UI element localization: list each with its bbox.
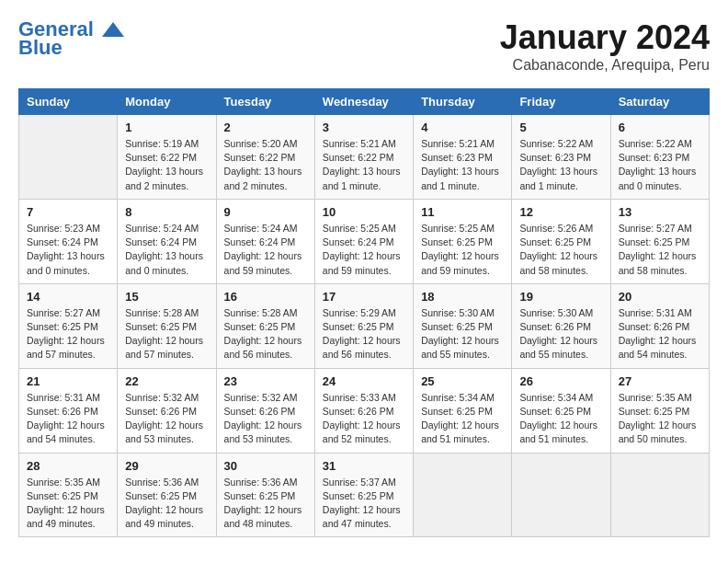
day-number: 10 [323, 205, 405, 219]
day-info: Sunrise: 5:23 AM Sunset: 6:24 PM Dayligh… [27, 222, 109, 278]
day-number: 14 [27, 290, 109, 304]
day-number: 16 [224, 290, 307, 304]
day-number: 1 [125, 121, 208, 134]
calendar-cell: 7Sunrise: 5:23 AM Sunset: 6:24 PM Daylig… [19, 199, 118, 283]
calendar-cell: 2Sunrise: 5:20 AM Sunset: 6:22 PM Daylig… [216, 115, 314, 200]
day-info: Sunrise: 5:31 AM Sunset: 6:26 PM Dayligh… [619, 306, 701, 362]
day-info: Sunrise: 5:31 AM Sunset: 6:26 PM Dayligh… [27, 391, 109, 447]
day-info: Sunrise: 5:34 AM Sunset: 6:25 PM Dayligh… [519, 391, 602, 447]
calendar-cell: 14Sunrise: 5:27 AM Sunset: 6:25 PM Dayli… [19, 283, 118, 368]
day-info: Sunrise: 5:36 AM Sunset: 6:25 PM Dayligh… [125, 476, 208, 532]
calendar-cell: 16Sunrise: 5:28 AM Sunset: 6:25 PM Dayli… [216, 283, 314, 368]
logo-icon [100, 20, 126, 40]
day-info: Sunrise: 5:27 AM Sunset: 6:25 PM Dayligh… [27, 306, 109, 362]
day-number: 20 [619, 290, 701, 304]
day-info: Sunrise: 5:28 AM Sunset: 6:25 PM Dayligh… [224, 306, 307, 362]
logo: General Blue [18, 18, 127, 59]
day-info: Sunrise: 5:24 AM Sunset: 6:24 PM Dayligh… [125, 222, 208, 278]
day-number: 17 [323, 290, 405, 304]
day-info: Sunrise: 5:27 AM Sunset: 6:25 PM Dayligh… [619, 222, 701, 278]
day-number: 22 [125, 374, 208, 388]
day-info: Sunrise: 5:22 AM Sunset: 6:23 PM Dayligh… [519, 137, 602, 193]
calendar-cell: 22Sunrise: 5:32 AM Sunset: 6:26 PM Dayli… [118, 368, 216, 453]
day-number: 3 [323, 121, 405, 134]
day-number: 15 [125, 290, 208, 304]
calendar-cell: 31Sunrise: 5:37 AM Sunset: 6:25 PM Dayli… [314, 453, 413, 537]
day-header-monday: Monday [118, 89, 216, 115]
day-info: Sunrise: 5:34 AM Sunset: 6:25 PM Dayligh… [421, 391, 504, 447]
day-number: 6 [619, 121, 701, 134]
calendar-cell: 26Sunrise: 5:34 AM Sunset: 6:25 PM Dayli… [512, 368, 610, 453]
calendar-cell: 18Sunrise: 5:30 AM Sunset: 6:25 PM Dayli… [414, 283, 512, 368]
day-number: 29 [125, 459, 208, 473]
day-number: 27 [619, 374, 701, 388]
day-number: 30 [224, 459, 307, 473]
day-number: 21 [27, 374, 109, 388]
title-block: January 2024 Cabanaconde, Arequipa, Peru [500, 18, 710, 74]
week-row-4: 28Sunrise: 5:35 AM Sunset: 6:25 PM Dayli… [19, 453, 710, 537]
day-header-sunday: Sunday [19, 89, 118, 115]
day-info: Sunrise: 5:32 AM Sunset: 6:26 PM Dayligh… [224, 391, 307, 447]
day-info: Sunrise: 5:19 AM Sunset: 6:22 PM Dayligh… [125, 137, 208, 193]
day-number: 11 [421, 205, 504, 219]
calendar-header-row: SundayMondayTuesdayWednesdayThursdayFrid… [19, 89, 710, 115]
day-number: 19 [519, 290, 602, 304]
calendar-cell [414, 453, 512, 537]
page-header: General Blue January 2024 Cabanaconde, A… [18, 18, 710, 74]
calendar-cell [610, 453, 709, 537]
calendar-cell: 12Sunrise: 5:26 AM Sunset: 6:25 PM Dayli… [512, 199, 610, 283]
calendar-cell: 10Sunrise: 5:25 AM Sunset: 6:24 PM Dayli… [314, 199, 413, 283]
day-number: 28 [27, 459, 109, 473]
calendar-cell: 19Sunrise: 5:30 AM Sunset: 6:26 PM Dayli… [512, 283, 610, 368]
calendar-body: 1Sunrise: 5:19 AM Sunset: 6:22 PM Daylig… [19, 115, 710, 537]
day-info: Sunrise: 5:25 AM Sunset: 6:24 PM Dayligh… [323, 222, 405, 278]
calendar-cell: 28Sunrise: 5:35 AM Sunset: 6:25 PM Dayli… [19, 453, 118, 537]
calendar-cell: 6Sunrise: 5:22 AM Sunset: 6:23 PM Daylig… [610, 115, 709, 200]
day-number: 7 [27, 205, 109, 219]
day-header-tuesday: Tuesday [216, 89, 314, 115]
calendar-cell: 20Sunrise: 5:31 AM Sunset: 6:26 PM Dayli… [610, 283, 709, 368]
calendar-cell: 3Sunrise: 5:21 AM Sunset: 6:22 PM Daylig… [314, 115, 413, 200]
day-number: 18 [421, 290, 504, 304]
location-subtitle: Cabanaconde, Arequipa, Peru [500, 57, 710, 74]
day-info: Sunrise: 5:29 AM Sunset: 6:25 PM Dayligh… [323, 306, 405, 362]
calendar-cell: 21Sunrise: 5:31 AM Sunset: 6:26 PM Dayli… [19, 368, 118, 453]
day-info: Sunrise: 5:35 AM Sunset: 6:25 PM Dayligh… [619, 391, 701, 447]
calendar-cell: 27Sunrise: 5:35 AM Sunset: 6:25 PM Dayli… [610, 368, 709, 453]
day-header-thursday: Thursday [414, 89, 512, 115]
day-info: Sunrise: 5:21 AM Sunset: 6:22 PM Dayligh… [323, 137, 405, 193]
calendar-cell: 15Sunrise: 5:28 AM Sunset: 6:25 PM Dayli… [118, 283, 216, 368]
day-info: Sunrise: 5:22 AM Sunset: 6:23 PM Dayligh… [619, 137, 701, 193]
day-number: 12 [519, 205, 602, 219]
calendar-cell [512, 453, 610, 537]
day-info: Sunrise: 5:24 AM Sunset: 6:24 PM Dayligh… [224, 222, 307, 278]
week-row-1: 7Sunrise: 5:23 AM Sunset: 6:24 PM Daylig… [19, 199, 710, 283]
calendar-cell: 8Sunrise: 5:24 AM Sunset: 6:24 PM Daylig… [118, 199, 216, 283]
week-row-3: 21Sunrise: 5:31 AM Sunset: 6:26 PM Dayli… [19, 368, 710, 453]
calendar-cell: 29Sunrise: 5:36 AM Sunset: 6:25 PM Dayli… [118, 453, 216, 537]
day-info: Sunrise: 5:32 AM Sunset: 6:26 PM Dayligh… [125, 391, 208, 447]
svg-marker-0 [102, 22, 124, 37]
day-header-saturday: Saturday [610, 89, 709, 115]
calendar-cell: 30Sunrise: 5:36 AM Sunset: 6:25 PM Dayli… [216, 453, 314, 537]
day-number: 9 [224, 205, 307, 219]
day-info: Sunrise: 5:30 AM Sunset: 6:26 PM Dayligh… [519, 306, 602, 362]
calendar-cell: 13Sunrise: 5:27 AM Sunset: 6:25 PM Dayli… [610, 199, 709, 283]
day-header-friday: Friday [512, 89, 610, 115]
calendar-cell: 5Sunrise: 5:22 AM Sunset: 6:23 PM Daylig… [512, 115, 610, 200]
day-info: Sunrise: 5:28 AM Sunset: 6:25 PM Dayligh… [125, 306, 208, 362]
calendar-cell: 17Sunrise: 5:29 AM Sunset: 6:25 PM Dayli… [314, 283, 413, 368]
day-info: Sunrise: 5:35 AM Sunset: 6:25 PM Dayligh… [27, 476, 109, 532]
calendar-cell [19, 115, 118, 200]
day-info: Sunrise: 5:25 AM Sunset: 6:25 PM Dayligh… [421, 222, 504, 278]
day-number: 4 [421, 121, 504, 134]
calendar-table: SundayMondayTuesdayWednesdayThursdayFrid… [18, 88, 710, 537]
week-row-0: 1Sunrise: 5:19 AM Sunset: 6:22 PM Daylig… [19, 115, 710, 200]
calendar-cell: 23Sunrise: 5:32 AM Sunset: 6:26 PM Dayli… [216, 368, 314, 453]
day-info: Sunrise: 5:20 AM Sunset: 6:22 PM Dayligh… [224, 137, 307, 193]
day-info: Sunrise: 5:26 AM Sunset: 6:25 PM Dayligh… [519, 222, 602, 278]
day-number: 13 [619, 205, 701, 219]
calendar-cell: 11Sunrise: 5:25 AM Sunset: 6:25 PM Dayli… [414, 199, 512, 283]
day-number: 23 [224, 374, 307, 388]
day-number: 26 [519, 374, 602, 388]
